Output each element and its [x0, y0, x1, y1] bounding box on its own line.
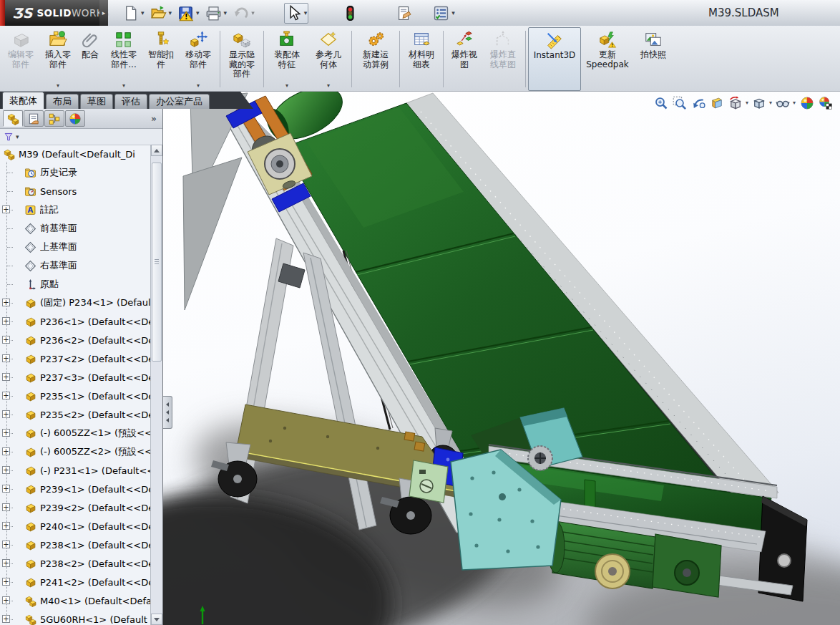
- new-motion-study-button[interactable]: 新建运动算例: [354, 27, 397, 91]
- display-style-dropdown-icon[interactable]: ▾: [769, 100, 772, 106]
- expand-toggle[interactable]: +: [2, 541, 10, 548]
- tree-item[interactable]: +P236<2> (Default<<De: [0, 331, 150, 349]
- expand-toggle[interactable]: +: [2, 429, 10, 437]
- tree-item[interactable]: +P241<2> (Default<<De: [0, 573, 150, 591]
- insert-component-button[interactable]: 插入零部件▾: [40, 27, 76, 91]
- expand-toggle[interactable]: +: [2, 522, 10, 530]
- edit-component-button[interactable]: 编辑零部件: [1, 27, 40, 91]
- show-hidden-components-button[interactable]: 显示隐藏的零部件: [223, 27, 261, 91]
- tree-item[interactable]: 前基準面: [0, 219, 150, 238]
- tab-布局[interactable]: 布局: [46, 94, 79, 109]
- open-dropdown-icon[interactable]: ▾: [169, 9, 172, 16]
- zoom-fit-button[interactable]: [653, 95, 670, 111]
- filter-funnel-icon[interactable]: [4, 132, 14, 142]
- display-style-button[interactable]: [751, 95, 768, 111]
- save-dropdown-icon[interactable]: ▾: [196, 9, 200, 16]
- hide-show-items-button[interactable]: [774, 95, 792, 111]
- expand-toggle[interactable]: +: [2, 485, 10, 493]
- expand-toggle[interactable]: +: [2, 317, 10, 325]
- displaymanager-tab[interactable]: [65, 110, 85, 127]
- tree-filter-bar[interactable]: ▾: [0, 129, 162, 145]
- tab-评估[interactable]: 评估: [114, 94, 147, 109]
- tree-item[interactable]: +M40<1> (Default<Defa: [0, 591, 150, 610]
- tab-草图[interactable]: 草图: [80, 94, 113, 109]
- move-component-dropdown-icon[interactable]: ▾: [179, 81, 218, 91]
- tree-item[interactable]: +P236<1> (Default<<De: [0, 312, 150, 331]
- tree-item[interactable]: +(-) 6005ZZ<1> (預設<<: [0, 424, 150, 442]
- print-dropdown-icon[interactable]: ▾: [224, 9, 228, 16]
- tree-item[interactable]: +P240<1> (Default<<De: [0, 517, 150, 536]
- tab-办公室产品[interactable]: 办公室产品: [149, 94, 210, 109]
- apply-scene-button[interactable]: [816, 95, 834, 111]
- assembly-features-dropdown-icon[interactable]: ▾: [266, 81, 308, 91]
- tree-item[interactable]: +P238<1> (Default<<De: [0, 536, 150, 554]
- section-view-button[interactable]: [708, 95, 726, 111]
- tree-item[interactable]: +P239<2> (Default<<De: [0, 498, 150, 517]
- select-dropdown-icon[interactable]: ▾: [304, 9, 308, 16]
- scroll-down-button[interactable]: [151, 614, 162, 625]
- tree-item[interactable]: 历史记录: [0, 163, 150, 182]
- view-previous-button[interactable]: [690, 95, 708, 111]
- tree-item[interactable]: +P238<2> (Default<<De: [0, 554, 150, 573]
- tree-item[interactable]: 右基準面: [0, 256, 150, 275]
- select-button[interactable]: ▾: [284, 3, 309, 24]
- expand-toggle[interactable]: +: [2, 615, 10, 623]
- configurationmanager-tab[interactable]: [44, 110, 64, 127]
- scroll-thumb[interactable]: [152, 163, 162, 362]
- update-speedpak-button[interactable]: 更新Speedpak: [581, 27, 634, 91]
- assembly-features-button[interactable]: 装配体特征▾: [266, 27, 308, 91]
- tree-item[interactable]: +(固定) P234<1> (Defaul: [0, 294, 150, 312]
- expand-toggle[interactable]: +: [2, 392, 10, 399]
- tree-item[interactable]: +P237<3> (Default<<De: [0, 368, 150, 387]
- tree-item[interactable]: +(-) P231<1> (Default<<: [0, 461, 150, 480]
- menu-expand-arrow[interactable]: ▸: [99, 0, 108, 26]
- view-orientation-dropdown-icon[interactable]: ▾: [746, 100, 748, 106]
- tree-item[interactable]: +P239<1> (Default<<De: [0, 480, 150, 498]
- smart-fasteners-button[interactable]: 智能扣件: [143, 27, 179, 91]
- tree-item[interactable]: 上基準面: [0, 238, 150, 256]
- expand-toggle[interactable]: +: [2, 354, 10, 362]
- expand-toggle[interactable]: +: [2, 559, 10, 567]
- take-snapshot-button[interactable]: 拍快照: [634, 27, 673, 91]
- hide-show-items-dropdown-icon[interactable]: ▾: [793, 100, 796, 106]
- expand-toggle[interactable]: +: [2, 336, 10, 344]
- panel-more-button[interactable]: »: [151, 113, 160, 124]
- expand-toggle[interactable]: +: [2, 447, 10, 455]
- tree-item[interactable]: +(-) 6005ZZ<2> (預設<<: [0, 442, 150, 461]
- expand-toggle[interactable]: +: [2, 299, 10, 306]
- panel-splitter-handle[interactable]: [163, 396, 172, 429]
- propertymanager-tab[interactable]: [24, 110, 44, 127]
- undo-button[interactable]: ▾: [232, 4, 255, 23]
- instant3d-button[interactable]: Instant3D: [528, 27, 581, 91]
- tree-item[interactable]: Sensors: [0, 182, 150, 200]
- options-button[interactable]: ▾: [432, 4, 456, 23]
- options-dropdown-icon[interactable]: ▾: [451, 9, 455, 16]
- undo-dropdown-icon[interactable]: ▾: [251, 9, 255, 16]
- tree-item[interactable]: +5GU60RH<1> (Default: [0, 610, 150, 625]
- new-document-button[interactable]: ▾: [122, 4, 145, 23]
- explode-line-sketch-button[interactable]: 爆炸直线草图: [483, 27, 523, 91]
- bill-of-materials-button[interactable]: 材料明细表: [402, 27, 441, 91]
- scroll-up-button[interactable]: [151, 145, 162, 156]
- open-button[interactable]: ▾: [150, 4, 173, 23]
- linear-component-pattern-dropdown-icon[interactable]: ▾: [104, 81, 143, 91]
- filter-dropdown-icon[interactable]: ▾: [16, 133, 19, 140]
- reference-geometry-button[interactable]: 参考几何体▾: [308, 27, 349, 91]
- rebuild-button[interactable]: [341, 4, 359, 23]
- tree-item[interactable]: 原點: [0, 275, 150, 294]
- tree-root-item[interactable]: M39 (Default<Default_Di: [0, 145, 150, 163]
- conveyor-model[interactable]: [163, 92, 840, 625]
- tree-item[interactable]: +P235<2> (Default<<De: [0, 405, 150, 424]
- expand-toggle[interactable]: +: [2, 373, 10, 381]
- tree-scrollbar[interactable]: [150, 145, 162, 625]
- print-button[interactable]: ▾: [205, 4, 228, 23]
- expand-toggle[interactable]: +: [2, 466, 10, 474]
- tree-item[interactable]: +P235<1> (Default<<De: [0, 387, 150, 405]
- reference-geometry-dropdown-icon[interactable]: ▾: [308, 81, 349, 91]
- move-component-button[interactable]: 移动零部件▾: [179, 27, 218, 91]
- mate-button[interactable]: 配合: [76, 27, 104, 91]
- file-properties-button[interactable]: [396, 4, 414, 23]
- insert-component-dropdown-icon[interactable]: ▾: [40, 81, 76, 91]
- linear-component-pattern-button[interactable]: 线性零部件...▾: [104, 27, 143, 91]
- expand-toggle[interactable]: +: [2, 205, 10, 213]
